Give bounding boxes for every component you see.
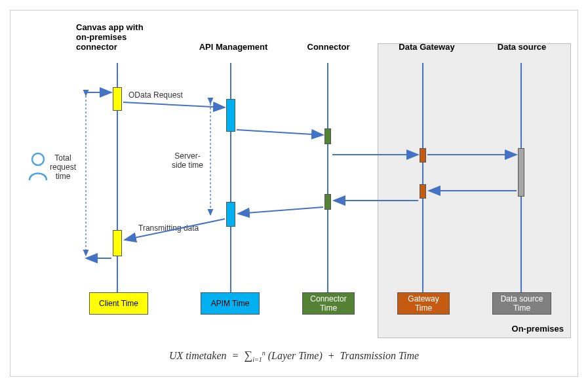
label-server-side-time: Server-side time [171,151,204,170]
formula-lhs: UX timetaken [169,350,227,361]
diagram-canvas: On-premises Canvas app with on-premises … [10,10,578,377]
header-canvas-app: Canvas app with on-premises connector [76,22,155,52]
timebox-connector: Connector Time [302,292,355,315]
label-total-request-time: Total request time [47,153,79,181]
header-data-gateway: Data Gateway [394,42,460,52]
timebox-datasource: Data source Time [492,292,551,315]
activation-connector-response [324,194,331,210]
user-icon [27,151,49,182]
formula-sigma: ∑ [244,349,252,362]
formula-layer-term: (Layer Time) [268,350,323,361]
formula-sum-upper: n [262,349,265,357]
svg-line-8 [238,207,323,214]
activation-apim-request [226,99,235,132]
lifeline-connector [327,63,328,305]
activation-gateway-response [420,184,426,199]
svg-point-0 [32,153,44,165]
activation-datasource [518,148,524,197]
label-transmitting-data: Transmitting data [138,223,199,233]
svg-line-3 [237,130,323,135]
header-data-source: Data source [492,42,551,52]
svg-line-2 [123,102,225,107]
activation-apim-response [226,202,235,227]
formula: UX timetaken = ∑i=1n (Layer Time) + Tran… [10,349,578,363]
header-connector: Connector [302,42,355,52]
label-odata-request: OData Request [128,90,183,100]
header-api-management: API Management [197,42,269,52]
activation-gateway-request [420,148,426,163]
activation-client-request [113,87,122,111]
on-premises-label: On-premises [512,324,564,334]
formula-sum-lower: i=1 [252,356,262,363]
formula-tx-term: Transmission Time [340,350,419,361]
activation-client-response [113,230,122,256]
timebox-client: Client Time [89,292,148,315]
timebox-apim: APIM Time [201,292,260,315]
activation-connector-request [324,128,331,144]
timebox-gateway: Gateway Time [397,292,450,315]
